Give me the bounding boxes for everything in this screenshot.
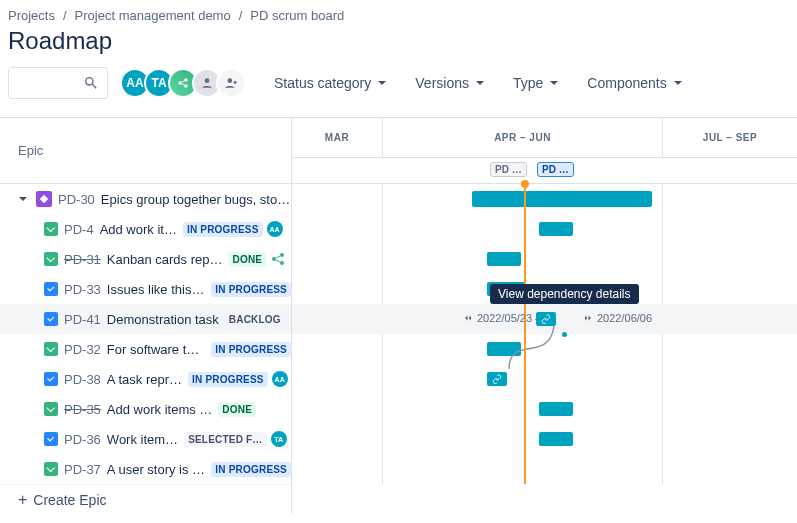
page-title: Roadmap	[0, 27, 797, 67]
status-badge: IN PROGRESS	[188, 372, 268, 387]
chevron-down-icon	[475, 78, 485, 88]
assignee-avatar[interactable]: AA	[272, 371, 288, 387]
issue-row[interactable]: PD-37 A user story is a… IN PROGRESS	[0, 454, 291, 484]
rewind-icon	[462, 312, 474, 324]
versions-filter[interactable]: Versions	[415, 75, 485, 91]
epic-row[interactable]: PD-30 Epics group together bugs, storie…	[0, 184, 291, 214]
svg-point-5	[272, 257, 276, 261]
components-filter[interactable]: Components	[587, 75, 682, 91]
svg-point-6	[280, 253, 284, 257]
search-icon	[83, 75, 99, 91]
issue-key[interactable]: PD-31	[64, 252, 101, 267]
epic-bar[interactable]	[472, 191, 652, 207]
dependency-tooltip: View dependency details	[490, 284, 639, 304]
chevron-down-icon	[549, 78, 559, 88]
task-icon	[44, 312, 58, 326]
issue-bar[interactable]	[539, 432, 573, 446]
start-date-label: 2022/05/23 –	[462, 312, 541, 324]
timeline-month: JUL – SEP	[662, 118, 797, 157]
svg-point-1	[184, 78, 188, 82]
timeline-month: MAR	[292, 118, 382, 157]
svg-point-0	[178, 81, 182, 85]
issue-row[interactable]: PD-41 Demonstration task BACKLOG	[0, 304, 291, 334]
issue-key[interactable]: PD-37	[64, 462, 101, 477]
issue-key[interactable]: PD-35	[64, 402, 101, 417]
story-icon	[44, 342, 58, 356]
search-input[interactable]	[8, 67, 108, 99]
gantt-row	[292, 184, 797, 214]
story-icon	[44, 222, 58, 236]
filter-label: Versions	[415, 75, 469, 91]
plus-icon: +	[18, 492, 27, 508]
svg-point-4	[228, 78, 233, 83]
status-category-filter[interactable]: Status category	[274, 75, 387, 91]
avatar-group: AA TA	[120, 68, 246, 98]
issue-summary: Issues like this …	[107, 282, 205, 297]
issue-summary: For software te…	[107, 342, 205, 357]
dependency-link-icon[interactable]	[487, 372, 507, 386]
create-epic-label: Create Epic	[33, 492, 106, 508]
gantt-row	[292, 454, 797, 484]
issue-summary: Work item…	[107, 432, 178, 447]
release-badge[interactable]: PD …	[490, 162, 527, 177]
breadcrumb-sep: /	[239, 8, 243, 23]
breadcrumb-sep: /	[63, 8, 67, 23]
issue-row[interactable]: PD-4 Add work it… IN PROGRESS AA	[0, 214, 291, 244]
dependency-curve	[504, 324, 574, 374]
filter-label: Components	[587, 75, 666, 91]
create-epic-button[interactable]: + Create Epic	[0, 484, 291, 514]
issue-summary: Epics group together bugs, storie…	[101, 192, 291, 207]
timeline-month: APR – JUN	[382, 118, 662, 157]
issue-row[interactable]: PD-32 For software te… IN PROGRESS	[0, 334, 291, 364]
issue-key[interactable]: PD-41	[64, 312, 101, 327]
status-badge: IN PROGRESS	[211, 342, 291, 357]
filter-label: Type	[513, 75, 543, 91]
gantt-row	[292, 214, 797, 244]
status-badge: DONE	[228, 252, 266, 267]
svg-point-2	[184, 84, 188, 88]
issue-summary: A user story is a…	[107, 462, 205, 477]
add-people-button[interactable]	[216, 68, 246, 98]
status-badge: IN PROGRESS	[211, 282, 291, 297]
status-badge: IN PROGRESS	[211, 462, 291, 477]
story-icon	[44, 252, 58, 266]
issue-row[interactable]: PD-33 Issues like this … IN PROGRESS	[0, 274, 291, 304]
issue-summary: Demonstration task	[107, 312, 219, 327]
filter-label: Status category	[274, 75, 371, 91]
issue-key[interactable]: PD-38	[64, 372, 101, 387]
chevron-down-icon[interactable]	[18, 192, 32, 206]
epic-icon	[36, 191, 52, 207]
svg-point-7	[280, 261, 284, 265]
issue-row[interactable]: PD-31 Kanban cards rep… DONE	[0, 244, 291, 274]
issue-bar[interactable]	[539, 402, 573, 416]
issue-bar[interactable]	[487, 252, 521, 266]
task-icon	[44, 372, 58, 386]
issue-key[interactable]: PD-30	[58, 192, 95, 207]
assignee-avatar[interactable]	[270, 251, 286, 267]
assignee-avatar[interactable]: AA	[267, 221, 283, 237]
end-date-label: 2022/06/06	[582, 312, 652, 324]
issue-row[interactable]: PD-38 A task repr… IN PROGRESS AA	[0, 364, 291, 394]
status-badge: BACKLOG	[225, 312, 285, 327]
chevron-down-icon	[377, 78, 387, 88]
status-badge: DONE	[218, 402, 256, 417]
svg-point-3	[205, 78, 210, 83]
forward-icon	[582, 312, 594, 324]
gantt-row	[292, 424, 797, 454]
epic-column-header: Epic	[0, 118, 291, 184]
assignee-avatar[interactable]: TA	[271, 431, 287, 447]
issue-key[interactable]: PD-36	[64, 432, 101, 447]
breadcrumb-projects[interactable]: Projects	[8, 8, 55, 23]
type-filter[interactable]: Type	[513, 75, 559, 91]
issue-key[interactable]: PD-4	[64, 222, 94, 237]
breadcrumb-project[interactable]: Project management demo	[75, 8, 231, 23]
issue-summary: Kanban cards rep…	[107, 252, 223, 267]
breadcrumb-board[interactable]: PD scrum board	[250, 8, 344, 23]
issue-bar[interactable]	[539, 222, 573, 236]
issue-row[interactable]: PD-35 Add work items … DONE	[0, 394, 291, 424]
release-badge[interactable]: PD …	[537, 162, 574, 177]
issue-key[interactable]: PD-32	[64, 342, 101, 357]
issue-key[interactable]: PD-33	[64, 282, 101, 297]
issue-row[interactable]: PD-36 Work item… SELECTED F… TA	[0, 424, 291, 454]
task-icon	[44, 282, 58, 296]
